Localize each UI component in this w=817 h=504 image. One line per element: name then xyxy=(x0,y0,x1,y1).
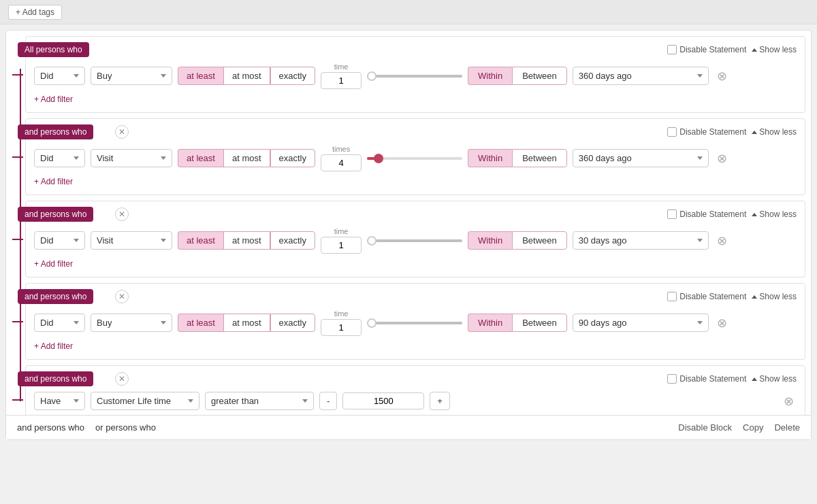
stmt3-disable-checkbox[interactable] xyxy=(667,209,677,219)
stmt2-remove-btn[interactable]: ⊗ xyxy=(714,151,730,166)
freq-at-most-btn[interactable]: at most xyxy=(223,67,270,85)
stmt3-show-less[interactable]: Show less xyxy=(752,209,797,219)
freq4-at-most-btn[interactable]: at most xyxy=(223,314,270,332)
stmt4-slider[interactable] xyxy=(367,322,462,324)
within-btn[interactable]: Within xyxy=(468,67,512,85)
slider-thumb-4[interactable] xyxy=(367,318,377,328)
stmt5-label[interactable]: and persons who xyxy=(18,371,93,386)
stmt2-event-select[interactable]: Visit xyxy=(91,149,172,167)
stmt1-add-filter[interactable]: + Add filter xyxy=(34,92,73,110)
stmt3-slider[interactable] xyxy=(367,239,462,242)
disable-label-2: Disable Statement xyxy=(679,127,746,137)
stmt3-action-select[interactable]: Did xyxy=(34,231,85,250)
stmt5-value-input[interactable] xyxy=(342,392,424,409)
slider-track-3 xyxy=(367,239,462,242)
disable-block-btn[interactable]: Disable Block xyxy=(678,422,732,433)
freq-exactly-btn[interactable]: exactly xyxy=(270,67,315,85)
stmt2-time-input[interactable] xyxy=(321,154,362,171)
stmt2-label[interactable]: and persons who xyxy=(18,124,93,139)
block-left-border xyxy=(20,69,21,401)
stmt4-label[interactable]: and persons who xyxy=(18,289,93,304)
stmt4-action-select[interactable]: Did xyxy=(34,314,85,332)
stmt4-show-less[interactable]: Show less xyxy=(752,292,797,301)
stmt3-add-filter[interactable]: + Add filter xyxy=(34,256,73,274)
top-bar: + Add tags xyxy=(0,0,817,24)
stmt5-remove-btn[interactable]: ⊗ xyxy=(781,394,797,409)
stmt4-time-label: time xyxy=(334,309,349,318)
stmt5-disable-checkbox[interactable] xyxy=(667,374,677,384)
stmt5-customer-select[interactable]: Customer Life time xyxy=(91,392,199,410)
freq-at-least-btn[interactable]: at least xyxy=(178,67,223,85)
stmt3-time-label: time xyxy=(334,227,349,235)
stmt4-event-select[interactable]: Buy xyxy=(91,314,172,332)
add-tags-button[interactable]: + Add tags xyxy=(8,5,62,20)
chevron-down-icon xyxy=(697,239,703,242)
copy-btn[interactable]: Copy xyxy=(743,422,763,433)
stmt2-action-select[interactable]: Did xyxy=(34,149,85,167)
stmt2-show-less[interactable]: Show less xyxy=(752,127,797,137)
stmt5-show-less[interactable]: Show less xyxy=(752,374,797,384)
statement-2: and persons who ✕ Disable Statement Show… xyxy=(25,118,805,195)
stmt3-label[interactable]: and persons who xyxy=(18,207,93,222)
stmt2-add-filter[interactable]: + Add filter xyxy=(34,174,73,192)
freq2-exactly-btn[interactable]: exactly xyxy=(270,149,315,167)
stmt2-slider[interactable] xyxy=(367,157,462,160)
stmt5-plus[interactable]: + xyxy=(430,392,450,410)
stmt4-remove-btn[interactable]: ⊗ xyxy=(714,316,730,331)
stmt5-comparator-select[interactable]: greater than xyxy=(205,392,314,410)
disable-label-4: Disable Statement xyxy=(679,292,746,301)
between-btn-2[interactable]: Between xyxy=(512,149,567,167)
between-btn-3[interactable]: Between xyxy=(512,231,567,250)
freq4-at-least-btn[interactable]: at least xyxy=(178,314,223,332)
stmt2-disable-checkbox[interactable] xyxy=(667,127,677,137)
slider-thumb[interactable] xyxy=(367,71,377,81)
delete-btn[interactable]: Delete xyxy=(774,422,800,433)
freq3-at-most-btn[interactable]: at most xyxy=(223,231,270,250)
freq3-exactly-btn[interactable]: exactly xyxy=(270,231,315,250)
stmt4-add-filter[interactable]: + Add filter xyxy=(34,339,73,356)
stmt4-disable-checkbox[interactable] xyxy=(667,292,677,301)
stmt1-header-right: Disable Statement Show less xyxy=(667,45,797,54)
stmt5-remove-circle[interactable]: ✕ xyxy=(115,372,129,386)
stmt1-time-input[interactable] xyxy=(321,72,362,89)
stmt1-disable-checkbox[interactable] xyxy=(667,45,677,54)
stmt2-remove-circle[interactable]: ✕ xyxy=(115,125,129,139)
stmt4-time-input[interactable] xyxy=(321,319,362,336)
between-btn-4[interactable]: Between xyxy=(512,314,567,332)
stmt3-remove-circle[interactable]: ✕ xyxy=(115,207,129,221)
stmt4-remove-circle[interactable]: ✕ xyxy=(115,290,129,303)
chevron-up-icon xyxy=(752,48,757,52)
freq4-exactly-btn[interactable]: exactly xyxy=(270,314,315,332)
stmt4-controls: Did Buy at least at most exactly time xyxy=(34,309,797,336)
within-btn-4[interactable]: Within xyxy=(468,314,512,332)
between-btn[interactable]: Between xyxy=(512,67,567,85)
freq2-at-most-btn[interactable]: at most xyxy=(223,149,270,167)
freq2-at-least-btn[interactable]: at least xyxy=(178,149,223,167)
chevron-down-icon xyxy=(161,156,166,160)
stmt1-days-select[interactable]: 360 days ago xyxy=(573,67,709,85)
slider-thumb-2[interactable] xyxy=(374,154,383,163)
within-btn-2[interactable]: Within xyxy=(468,149,512,167)
stmt1-event-select[interactable]: Buy xyxy=(91,67,172,85)
stmt4-days-select[interactable]: 90 days ago xyxy=(573,314,709,332)
chevron-down-icon xyxy=(302,399,308,403)
within-btn-3[interactable]: Within xyxy=(468,231,512,250)
stmt3-remove-btn[interactable]: ⊗ xyxy=(714,233,730,248)
statement-3-header: and persons who ✕ Disable Statement Show… xyxy=(34,207,797,222)
stmt1-remove-btn[interactable]: ⊗ xyxy=(714,69,730,84)
stmt3-days-select[interactable]: 30 days ago xyxy=(573,231,709,250)
stmt1-action-select[interactable]: Did xyxy=(34,67,85,85)
slider-thumb-3[interactable] xyxy=(367,236,377,246)
freq3-at-least-btn[interactable]: at least xyxy=(178,231,223,250)
stmt3-event-select[interactable]: Visit xyxy=(91,231,172,250)
stmt1-disable: Disable Statement xyxy=(667,45,746,54)
stmt2-days-select[interactable]: 360 days ago xyxy=(573,149,709,167)
stmt1-slider[interactable] xyxy=(367,75,462,78)
chevron-up-icon xyxy=(752,213,757,216)
chevron-down-icon xyxy=(74,399,79,403)
page-wrapper: + Add tags All persons who Disable State… xyxy=(0,0,817,504)
stmt1-show-less[interactable]: Show less xyxy=(752,45,797,54)
stmt3-time-input[interactable] xyxy=(321,237,362,254)
stmt5-have-select[interactable]: Have xyxy=(34,392,85,410)
slider-track-2 xyxy=(367,157,462,160)
